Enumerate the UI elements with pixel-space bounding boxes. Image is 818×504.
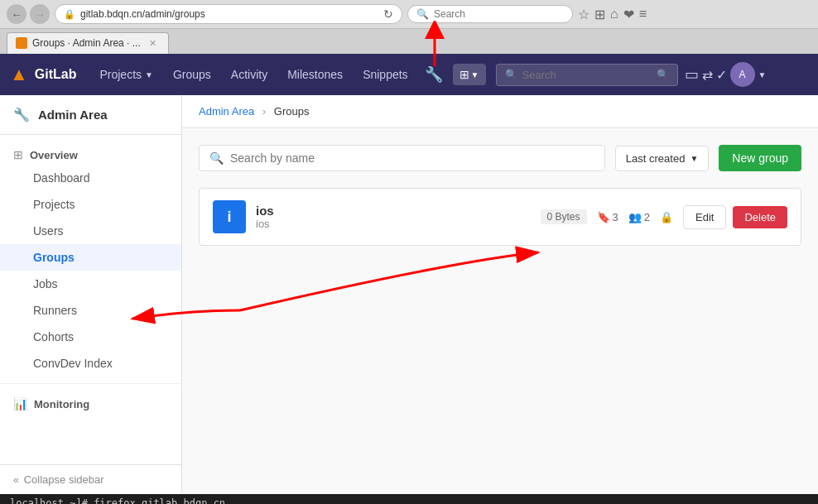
members-icon: 👥 bbox=[628, 211, 642, 223]
collapse-icon: « bbox=[13, 474, 19, 486]
gitlab-logo[interactable]: ▲ GitLab bbox=[10, 64, 76, 85]
group-info: ios ios bbox=[256, 204, 531, 230]
overview-title: Overview bbox=[30, 149, 78, 161]
wrench-icon: 🔧 bbox=[425, 66, 443, 83]
bookmark-meta-icon: 🔖 bbox=[597, 211, 610, 223]
group-avatar: i bbox=[213, 200, 246, 233]
sort-chevron-icon: ▼ bbox=[690, 154, 698, 163]
delete-button[interactable]: Delete bbox=[733, 206, 787, 228]
header-search-submit[interactable]: 🔍 bbox=[657, 69, 669, 80]
sidebar-item-convdev[interactable]: ConvDev Index bbox=[0, 350, 181, 377]
group-actions: Edit Delete bbox=[683, 205, 787, 229]
pocket-icon[interactable]: ❤ bbox=[623, 7, 634, 22]
chevron-down-icon: ▼ bbox=[145, 70, 153, 79]
sidebar-overview-section: ⊞ Overview Dashboard Projects Users Grou… bbox=[0, 135, 181, 383]
sidebar-item-projects[interactable]: Projects bbox=[0, 191, 181, 218]
header-nav-milestones[interactable]: Milestones bbox=[277, 61, 353, 88]
lock-icon: 🔒 bbox=[64, 9, 75, 20]
edit-button[interactable]: Edit bbox=[683, 205, 726, 229]
collapse-label: Collapse sidebar bbox=[24, 473, 104, 486]
breadcrumb-current: Groups bbox=[274, 105, 310, 118]
new-group-button[interactable]: New group bbox=[719, 145, 801, 171]
address-bar[interactable]: 🔒 gitlab.bdqn.cn/admin/groups ↻ bbox=[55, 4, 402, 24]
sidebar-item-users[interactable]: Users bbox=[0, 218, 181, 244]
header-plus-button[interactable]: ⊞ ▼ bbox=[453, 64, 486, 85]
breadcrumb: Admin Area › Groups bbox=[182, 95, 818, 128]
sidebar-item-dashboard[interactable]: Dashboard bbox=[0, 165, 181, 191]
header-nav-projects-label: Projects bbox=[99, 68, 142, 81]
tab-title: Groups · Admin Area · ... bbox=[32, 37, 141, 49]
header-right-icons: ▭ ⇄ ✓ A ▼ bbox=[685, 62, 767, 87]
sidebar: 🔧 Admin Area ⊞ Overview Dashboard Projec… bbox=[0, 95, 182, 494]
plus-icon: ⊞ bbox=[460, 68, 469, 81]
terminal-bar: localhost ~]# firefox gitlab.bdqn.cn bbox=[0, 494, 818, 504]
browser-nav-buttons: ← → bbox=[7, 4, 50, 24]
url-text: gitlab.bdqn.cn/admin/groups bbox=[80, 8, 205, 20]
sidebar-admin-header: 🔧 Admin Area bbox=[0, 95, 181, 135]
delete-label: Delete bbox=[744, 211, 776, 223]
avatar-button[interactable]: A bbox=[730, 62, 755, 87]
header-search-icon: 🔍 bbox=[505, 69, 517, 80]
home-icon[interactable]: ⌂ bbox=[610, 7, 618, 22]
main-layout: 🔧 Admin Area ⊞ Overview Dashboard Projec… bbox=[0, 95, 818, 494]
sidebar-item-runners[interactable]: Runners bbox=[0, 297, 181, 324]
monitoring-title: Monitoring bbox=[34, 398, 89, 410]
sort-label: Last created bbox=[626, 152, 686, 165]
browser-chrome: ← → 🔒 gitlab.bdqn.cn/admin/groups ↻ 🔍 ☆ … bbox=[0, 0, 818, 29]
header-nav-projects[interactable]: Projects ▼ bbox=[89, 61, 162, 88]
forward-button[interactable]: → bbox=[30, 4, 50, 24]
gitlab-header: ▲ GitLab Projects ▼ Groups Activity Mile… bbox=[0, 54, 818, 95]
group-projects-meta: 🔖 3 bbox=[597, 211, 618, 223]
edit-label: Edit bbox=[695, 211, 714, 223]
sidebar-item-groups[interactable]: Groups bbox=[0, 244, 181, 271]
sort-button[interactable]: Last created ▼ bbox=[615, 146, 709, 171]
browser-search-input[interactable] bbox=[434, 8, 564, 20]
header-nav-activity[interactable]: Activity bbox=[221, 61, 277, 88]
menu-icon[interactable]: ≡ bbox=[639, 7, 647, 22]
header-nav: Projects ▼ Groups Activity Milestones Sn… bbox=[89, 61, 417, 88]
header-search-box[interactable]: 🔍 🔍 bbox=[496, 64, 678, 86]
content-area: Admin Area › Groups 🔍 Last created ▼ New… bbox=[182, 95, 818, 494]
merge-request-icon[interactable]: ⇄ bbox=[702, 67, 713, 83]
group-item: i ios ios 0 Bytes 🔖 3 👥 bbox=[200, 189, 801, 245]
browser-tab-active[interactable]: Groups · Admin Area · ... ✕ bbox=[7, 32, 169, 54]
overview-grid-icon: ⊞ bbox=[13, 148, 23, 161]
bookmark-icon[interactable]: ☆ bbox=[578, 7, 589, 22]
monitoring-icon: 📊 bbox=[13, 397, 27, 410]
group-list: i ios ios 0 Bytes 🔖 3 👥 bbox=[199, 188, 801, 246]
todo-icon[interactable]: ✓ bbox=[716, 67, 727, 83]
back-button[interactable]: ← bbox=[7, 4, 26, 24]
new-group-label: New group bbox=[732, 151, 788, 165]
header-nav-snippets[interactable]: Snippets bbox=[353, 61, 417, 88]
browser-search-bar[interactable]: 🔍 bbox=[407, 5, 573, 23]
group-search-box[interactable]: 🔍 bbox=[199, 145, 605, 171]
header-nav-groups[interactable]: Groups bbox=[163, 61, 221, 88]
group-members-meta: 👥 2 bbox=[628, 211, 650, 223]
sidebar-item-cohorts[interactable]: Cohorts bbox=[0, 324, 181, 350]
group-size: 0 Bytes bbox=[541, 209, 587, 224]
tab-bar: Groups · Admin Area · ... ✕ bbox=[0, 29, 818, 54]
group-subname: ios bbox=[256, 218, 531, 230]
refresh-button[interactable]: ↻ bbox=[383, 7, 393, 21]
group-search-icon: 🔍 bbox=[209, 151, 224, 165]
chevron-icon: ▼ bbox=[471, 70, 479, 79]
breadcrumb-parent-link[interactable]: Admin Area bbox=[199, 105, 254, 118]
tab-close-icon[interactable]: ✕ bbox=[149, 38, 156, 49]
search-icon: 🔍 bbox=[416, 8, 429, 20]
group-search-input[interactable] bbox=[230, 151, 594, 165]
sidebar-toggle-button[interactable]: ▭ bbox=[685, 65, 699, 84]
content-body: 🔍 Last created ▼ New group i bbox=[182, 128, 818, 262]
sidebar-monitoring-header: 📊 Monitoring bbox=[0, 391, 181, 414]
admin-title: Admin Area bbox=[38, 108, 108, 122]
breadcrumb-separator: › bbox=[262, 105, 266, 118]
group-members-count: 2 bbox=[644, 211, 650, 223]
sidebar-collapse[interactable]: « Collapse sidebar bbox=[0, 464, 181, 494]
content-toolbar: 🔍 Last created ▼ New group bbox=[199, 145, 801, 171]
sidebar-section-header: ⊞ Overview bbox=[0, 142, 181, 165]
header-search-input[interactable] bbox=[522, 69, 652, 81]
gitlab-logo-icon: ▲ bbox=[10, 64, 28, 85]
sidebar-item-jobs[interactable]: Jobs bbox=[0, 271, 181, 297]
wrench-button[interactable]: 🔧 bbox=[418, 62, 450, 87]
download-icon[interactable]: ⊞ bbox=[594, 7, 605, 22]
avatar-chevron: ▼ bbox=[758, 70, 767, 79]
